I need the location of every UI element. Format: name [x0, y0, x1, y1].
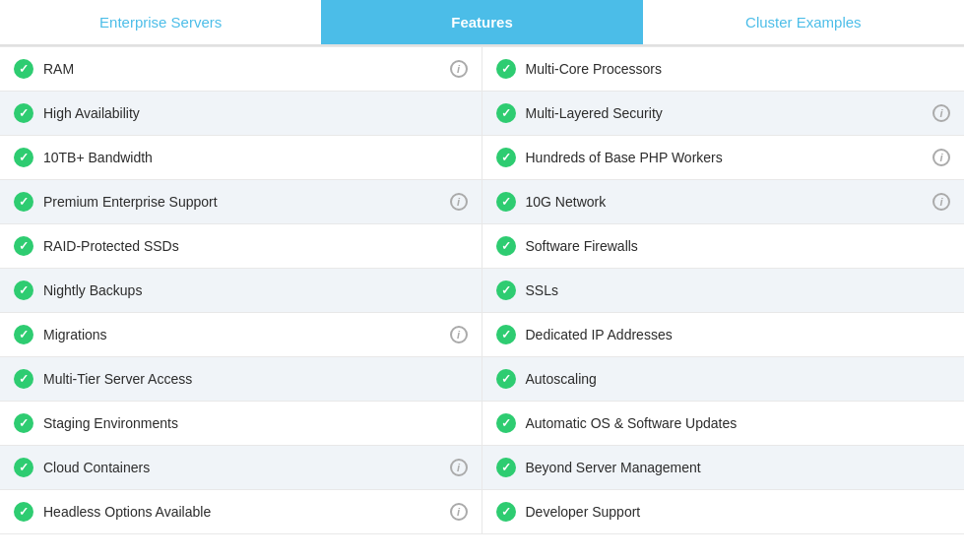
- feature-label-migrations: Migrations: [43, 327, 444, 342]
- info-icon-php-workers[interactable]: i: [932, 149, 950, 166]
- features-grid: RAMiMulti-Core ProcessorsHigh Availabili…: [0, 46, 964, 534]
- check-icon-staging: [14, 413, 33, 433]
- check-icon-bandwidth: [14, 148, 33, 167]
- check-icon-10g-network: [496, 192, 516, 212]
- feature-item-beyond-server: Beyond Server Management: [482, 446, 965, 490]
- feature-label-ssls: SSLs: [526, 282, 951, 298]
- feature-item-multi-core: Multi-Core Processors: [482, 47, 965, 92]
- feature-item-dedicated-ip: Dedicated IP Addresses: [482, 313, 965, 357]
- feature-item-php-workers: Hundreds of Base PHP Workersi: [482, 136, 965, 180]
- feature-item-migrations: Migrationsi: [0, 313, 482, 357]
- info-icon-premium-support[interactable]: i: [450, 193, 468, 211]
- check-icon-multi-core: [496, 59, 516, 79]
- feature-item-ram: RAMi: [0, 47, 482, 92]
- feature-label-ram: RAM: [43, 61, 444, 77]
- check-icon-premium-support: [14, 192, 33, 212]
- check-icon-multi-layered-security: [496, 103, 516, 123]
- check-icon-high-availability: [14, 103, 33, 123]
- info-icon-headless[interactable]: i: [450, 503, 468, 521]
- feature-item-10g-network: 10G Networki: [482, 180, 965, 224]
- feature-label-beyond-server: Beyond Server Management: [526, 460, 951, 475]
- feature-label-bandwidth: 10TB+ Bandwidth: [43, 150, 468, 165]
- check-icon-migrations: [14, 325, 33, 344]
- feature-label-developer-support: Developer Support: [526, 504, 951, 520]
- feature-label-autoscaling: Autoscaling: [526, 371, 951, 387]
- tab-enterprise-servers[interactable]: Enterprise Servers: [0, 0, 321, 44]
- feature-item-headless: Headless Options Availablei: [0, 490, 482, 534]
- feature-label-premium-support: Premium Enterprise Support: [43, 194, 444, 210]
- check-icon-autoscaling: [496, 369, 516, 389]
- check-icon-auto-updates: [496, 413, 516, 433]
- tabs-container: Enterprise ServersFeaturesCluster Exampl…: [0, 0, 964, 46]
- check-icon-headless: [14, 502, 33, 522]
- feature-item-raid-ssds: RAID-Protected SSDs: [0, 224, 482, 269]
- feature-label-cloud-containers: Cloud Containers: [43, 460, 444, 475]
- info-icon-ram[interactable]: i: [450, 60, 468, 78]
- check-icon-dedicated-ip: [496, 325, 516, 344]
- feature-label-nightly-backups: Nightly Backups: [43, 282, 468, 298]
- feature-label-multi-core: Multi-Core Processors: [526, 61, 951, 77]
- feature-label-high-availability: High Availability: [43, 105, 468, 121]
- feature-label-php-workers: Hundreds of Base PHP Workers: [526, 150, 928, 165]
- check-icon-developer-support: [496, 502, 516, 522]
- feature-item-autoscaling: Autoscaling: [482, 357, 965, 402]
- feature-item-ssls: SSLs: [482, 269, 965, 313]
- feature-label-headless: Headless Options Available: [43, 504, 444, 520]
- check-icon-ram: [14, 59, 33, 79]
- feature-label-raid-ssds: RAID-Protected SSDs: [43, 238, 468, 254]
- check-icon-multi-tier: [14, 369, 33, 389]
- check-icon-raid-ssds: [14, 236, 33, 256]
- check-icon-beyond-server: [496, 458, 516, 477]
- feature-label-auto-updates: Automatic OS & Software Updates: [526, 415, 951, 431]
- info-icon-multi-layered-security[interactable]: i: [932, 104, 950, 122]
- feature-item-staging: Staging Environments: [0, 402, 482, 446]
- feature-item-cloud-containers: Cloud Containersi: [0, 446, 482, 490]
- check-icon-php-workers: [496, 148, 516, 167]
- feature-label-staging: Staging Environments: [43, 415, 468, 431]
- feature-item-nightly-backups: Nightly Backups: [0, 269, 482, 313]
- feature-label-multi-layered-security: Multi-Layered Security: [526, 105, 928, 121]
- feature-item-software-firewalls: Software Firewalls: [482, 224, 965, 269]
- info-icon-migrations[interactable]: i: [450, 326, 468, 343]
- check-icon-nightly-backups: [14, 280, 33, 300]
- info-icon-cloud-containers[interactable]: i: [450, 459, 468, 476]
- feature-item-multi-tier: Multi-Tier Server Access: [0, 357, 482, 402]
- feature-item-developer-support: Developer Support: [482, 490, 965, 534]
- feature-item-bandwidth: 10TB+ Bandwidth: [0, 136, 482, 180]
- feature-label-software-firewalls: Software Firewalls: [526, 238, 951, 254]
- feature-item-premium-support: Premium Enterprise Supporti: [0, 180, 482, 224]
- check-icon-software-firewalls: [496, 236, 516, 256]
- check-icon-ssls: [496, 280, 516, 300]
- feature-item-multi-layered-security: Multi-Layered Securityi: [482, 92, 965, 136]
- feature-label-multi-tier: Multi-Tier Server Access: [43, 371, 468, 387]
- feature-item-auto-updates: Automatic OS & Software Updates: [482, 402, 965, 446]
- check-icon-cloud-containers: [14, 458, 33, 477]
- tab-cluster-examples[interactable]: Cluster Examples: [643, 0, 964, 44]
- feature-item-high-availability: High Availability: [0, 92, 482, 136]
- tab-features[interactable]: Features: [321, 0, 642, 44]
- info-icon-10g-network[interactable]: i: [932, 193, 950, 211]
- feature-label-10g-network: 10G Network: [526, 194, 928, 210]
- feature-label-dedicated-ip: Dedicated IP Addresses: [526, 327, 951, 342]
